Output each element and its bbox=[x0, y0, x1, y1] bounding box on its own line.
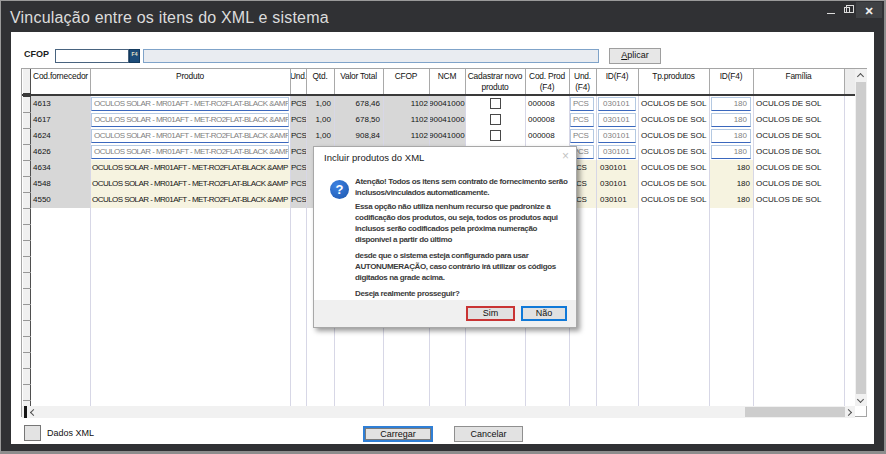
grid-cell-id4b[interactable]: 180 bbox=[709, 160, 753, 176]
grid-cell-familia[interactable]: OCULOS DE SOL bbox=[753, 112, 844, 128]
grid-cell-id4b[interactable]: 180 bbox=[709, 192, 753, 208]
grid-cell-produto[interactable]: OCULOS SOLAR - MR01AFT - MET-RO2FLAT-BLA… bbox=[90, 176, 290, 192]
grid-cell-qtd[interactable]: 1,00 bbox=[306, 112, 334, 128]
cfop-description-field[interactable] bbox=[143, 49, 599, 63]
restore-button[interactable] bbox=[840, 2, 856, 18]
grid-cell-tp[interactable]: OCULOS DE SOL bbox=[638, 160, 709, 176]
grid-editor-id4b[interactable]: 180 bbox=[711, 113, 751, 127]
grid-cell-codprod[interactable]: 000008 bbox=[525, 96, 569, 112]
dialog-close-icon[interactable]: × bbox=[562, 149, 569, 163]
grid-cell-familia[interactable]: OCULOS DE SOL bbox=[753, 96, 844, 112]
new-product-checkbox[interactable] bbox=[490, 130, 501, 141]
no-button[interactable]: Não bbox=[521, 306, 567, 321]
grid-cell-codprod[interactable]: 000008 bbox=[525, 128, 569, 144]
grid-cell-tp[interactable]: OCULOS DE SOL bbox=[638, 96, 709, 112]
yes-button[interactable]: Sim bbox=[466, 306, 515, 321]
grid-cell-produto[interactable]: OCULOS SOLAR - MR01AFT - MET-RO2FLAT-BLA… bbox=[90, 160, 290, 176]
grid-editor-id4b[interactable]: 180 bbox=[711, 97, 751, 111]
grid-cell-cfop[interactable]: 1102 bbox=[383, 128, 429, 144]
grid-cell-cod[interactable]: 4634 bbox=[31, 160, 90, 176]
grid-cell-tp[interactable]: OCULOS DE SOL bbox=[638, 128, 709, 144]
close-button[interactable]: ✕ bbox=[856, 2, 882, 18]
row-selector-divider bbox=[23, 144, 31, 145]
grid-cell-tp[interactable]: OCULOS DE SOL bbox=[638, 144, 709, 160]
grid-cell-id4b[interactable]: 180 bbox=[709, 176, 753, 192]
grid-cell-ncm[interactable]: 90041000 bbox=[429, 128, 465, 144]
grid-cell-cod[interactable]: 4548 bbox=[31, 176, 90, 192]
grid-editor-id4b[interactable]: 180 bbox=[711, 129, 751, 143]
question-icon: ? bbox=[330, 180, 349, 199]
dialog-incluir-produtos-xml: Incluir produtos do XML × ? Atenção! Tod… bbox=[313, 146, 577, 328]
grid-cell-cod[interactable]: 4624 bbox=[31, 128, 90, 144]
grid-editor-und4[interactable]: PCS bbox=[570, 113, 594, 127]
grid-cell-und[interactable]: PCS bbox=[290, 192, 306, 208]
grid-cell-familia[interactable]: OCULOS DE SOL bbox=[753, 160, 844, 176]
load-button[interactable]: Carregar bbox=[363, 426, 433, 442]
grid-cell-produto[interactable]: OCULOS SOLAR - MR01AFT - MET-RO2FLAT-BLA… bbox=[90, 192, 290, 208]
grid-cell-valor[interactable]: 678,50 bbox=[334, 112, 383, 128]
dialog-paragraph: Essa opção não utiliza nenhum recurso qu… bbox=[355, 201, 570, 246]
grid-cell-cfop[interactable]: 1102 bbox=[383, 112, 429, 128]
grid-cell-und[interactable]: PCS bbox=[290, 96, 306, 112]
cfop-input[interactable] bbox=[55, 49, 129, 63]
column-divider bbox=[290, 96, 291, 406]
grid-editor-und4[interactable]: PCS bbox=[570, 97, 594, 111]
grid-cell-cod[interactable]: 4550 bbox=[31, 192, 90, 208]
horizontal-scrollbar[interactable] bbox=[22, 406, 855, 418]
header-filler bbox=[844, 69, 855, 94]
grid-editor-produto[interactable]: OCULOS SOLAR - MR01AFT - MET-RO2FLAT-BLA… bbox=[91, 145, 289, 159]
grid-cell-tp[interactable]: OCULOS DE SOL bbox=[638, 176, 709, 192]
grid-cell-und[interactable]: PCS bbox=[290, 160, 306, 176]
grid-cell-cod[interactable]: 4613 bbox=[31, 96, 90, 112]
column-header-qtd: Qtd. bbox=[306, 69, 334, 94]
grid-cell-und[interactable]: PCS bbox=[290, 144, 306, 160]
header-separator bbox=[22, 94, 855, 96]
grid-cell-cod[interactable]: 4617 bbox=[31, 112, 90, 128]
grid-editor-id4b[interactable]: 180 bbox=[711, 145, 751, 159]
grid-cell-codprod[interactable]: 000008 bbox=[525, 112, 569, 128]
grid-cell-ncm[interactable]: 90041000 bbox=[429, 96, 465, 112]
grid-cell-familia[interactable]: OCULOS DE SOL bbox=[753, 176, 844, 192]
grid-cell-familia[interactable]: OCULOS DE SOL bbox=[753, 144, 844, 160]
grid-editor-produto[interactable]: OCULOS SOLAR - MR01AFT - MET-RO2FLAT-BLA… bbox=[91, 113, 289, 127]
row-selector-divider bbox=[23, 384, 31, 385]
grid-editor-id4[interactable]: 030101 bbox=[598, 113, 636, 127]
cancel-button[interactable]: Cancelar bbox=[454, 426, 523, 442]
grid-cell-familia[interactable]: OCULOS DE SOL bbox=[753, 128, 844, 144]
grid-cell-und[interactable]: PCS bbox=[290, 128, 306, 144]
grid-cell-familia[interactable]: OCULOS DE SOL bbox=[753, 192, 844, 208]
grid-cell-cod[interactable]: 4626 bbox=[31, 144, 90, 160]
row-selector-divider bbox=[23, 320, 31, 321]
grid-cell-valor[interactable]: 908,84 bbox=[334, 128, 383, 144]
cfop-lookup-f4-button[interactable]: F4 bbox=[129, 49, 140, 63]
row-selector-divider bbox=[23, 256, 31, 257]
vertical-scrollbar-thumb[interactable] bbox=[856, 82, 866, 394]
grid-cell-id4[interactable]: 030101 bbox=[596, 176, 638, 192]
grid-cell-qtd[interactable]: 1,00 bbox=[306, 128, 334, 144]
horizontal-scrollbar-thumb[interactable] bbox=[745, 407, 845, 417]
column-divider bbox=[90, 96, 91, 406]
grid-cell-qtd[interactable]: 1,00 bbox=[306, 96, 334, 112]
minimize-button[interactable] bbox=[822, 2, 840, 18]
column-header-codprod: Cod. Prod (F4) bbox=[525, 69, 569, 94]
apply-button[interactable]: Aplicar bbox=[609, 48, 661, 64]
grid-cell-cfop[interactable]: 1102 bbox=[383, 96, 429, 112]
grid-cell-id4[interactable]: 030101 bbox=[596, 192, 638, 208]
grid-editor-id4[interactable]: 030101 bbox=[598, 145, 636, 159]
grid-editor-id4[interactable]: 030101 bbox=[598, 97, 636, 111]
grid-cell-ncm[interactable]: 90041000 bbox=[429, 112, 465, 128]
new-product-checkbox[interactable] bbox=[490, 98, 501, 109]
grid-cell-valor[interactable]: 678,46 bbox=[334, 96, 383, 112]
grid-editor-produto[interactable]: OCULOS SOLAR - MR01AFT - MET-RO2FLAT-BLA… bbox=[91, 97, 289, 111]
header-divider bbox=[334, 69, 335, 94]
grid-cell-und[interactable]: PCS bbox=[290, 112, 306, 128]
grid-editor-id4[interactable]: 030101 bbox=[598, 129, 636, 143]
grid-cell-id4[interactable]: 030101 bbox=[596, 160, 638, 176]
grid-cell-und[interactable]: PCS bbox=[290, 176, 306, 192]
new-product-checkbox[interactable] bbox=[490, 114, 501, 125]
dialog-message: Atenção! Todos os itens sem contrato de … bbox=[355, 176, 570, 299]
grid-cell-tp[interactable]: OCULOS DE SOL bbox=[638, 112, 709, 128]
grid-editor-produto[interactable]: OCULOS SOLAR - MR01AFT - MET-RO2FLAT-BLA… bbox=[91, 129, 289, 143]
grid-editor-und4[interactable]: PCS bbox=[570, 129, 594, 143]
grid-cell-tp[interactable]: OCULOS DE SOL bbox=[638, 192, 709, 208]
